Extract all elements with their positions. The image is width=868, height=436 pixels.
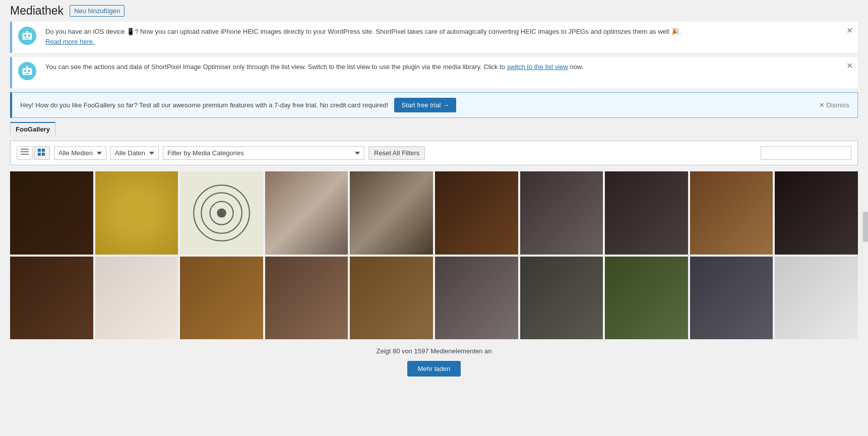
list-icon (21, 149, 29, 156)
page-header: Mediathek Neu hinzufügen (0, 0, 868, 18)
media-item[interactable] (265, 257, 348, 340)
svg-rect-3 (28, 34, 30, 36)
add-new-button[interactable]: Neu hinzufügen (70, 5, 125, 17)
media-item[interactable] (350, 171, 433, 255)
notice-listview: You can see the actions and data of Shor… (10, 57, 858, 88)
notice-area: Do you have an iOS device 📱? Now you can… (0, 22, 868, 88)
promo-bar-dismiss-button[interactable]: ✕ Dismiss (819, 101, 849, 109)
svg-rect-19 (38, 153, 41, 156)
media-item[interactable] (180, 257, 263, 340)
media-item[interactable] (95, 171, 178, 255)
media-item[interactable] (775, 257, 858, 340)
category-select[interactable]: Filter by Media Categories (163, 146, 364, 160)
robot-icon (18, 27, 36, 45)
notice-listview-dismiss[interactable]: ✕ (845, 61, 854, 71)
svg-point-13 (26, 65, 28, 66)
media-item[interactable] (605, 257, 688, 340)
notice-listview-text-after: now. (570, 63, 584, 71)
svg-rect-17 (38, 149, 41, 152)
load-more-button[interactable]: Mehr laden (407, 361, 460, 377)
media-item[interactable] (435, 171, 518, 255)
filter-bar: Alle Medien Bilder Audio Video Alle Date… (10, 141, 858, 165)
promo-bar: Hey! How do you like FooGallery so far? … (10, 92, 858, 118)
list-view-button[interactable] (17, 146, 33, 160)
media-item[interactable] (605, 171, 688, 255)
notice-heic-content: Do you have an iOS device 📱? Now you can… (45, 27, 852, 46)
svg-rect-2 (24, 34, 26, 36)
svg-point-6 (26, 29, 28, 31)
grid-view-button[interactable] (34, 146, 50, 160)
media-grid (10, 171, 858, 339)
start-trial-button[interactable]: Start free trial → (394, 98, 456, 112)
shortpixel-icon-2 (18, 62, 39, 83)
promo-bar-text: Hey! How do you like FooGallery so far? … (20, 101, 388, 109)
notice-heic-link[interactable]: Read more here. (45, 38, 95, 45)
shortpixel-icon (18, 27, 39, 48)
count-text: Zeigt 80 von 1597 Medienelementen an (376, 347, 491, 355)
reset-filters-button[interactable]: Reset All Filters (368, 146, 425, 160)
notice-heic: Do you have an iOS device 📱? Now you can… (10, 22, 858, 53)
svg-rect-14 (21, 149, 29, 150)
media-item[interactable] (520, 171, 603, 255)
svg-rect-18 (42, 149, 45, 152)
media-item[interactable] (775, 171, 858, 255)
status-bar: Zeigt 80 von 1597 Medienelementen an (10, 347, 858, 355)
svg-rect-20 (42, 153, 45, 156)
tab-foogallery[interactable]: FooGallery (10, 122, 55, 136)
notice-listview-text: You can see the actions and data of Shor… (45, 63, 505, 71)
media-item[interactable] (10, 257, 93, 340)
scrollbar-track[interactable] (862, 202, 868, 302)
svg-point-24 (217, 208, 226, 217)
svg-rect-10 (28, 70, 30, 72)
svg-rect-15 (21, 151, 29, 152)
media-item[interactable] (265, 171, 348, 255)
search-input[interactable] (761, 146, 851, 160)
media-item[interactable] (520, 257, 603, 340)
svg-rect-16 (21, 154, 29, 155)
page-title: Mediathek (10, 4, 64, 18)
svg-rect-4 (25, 38, 30, 39)
promo-bar-left: Hey! How do you like FooGallery so far? … (20, 98, 811, 112)
media-item[interactable] (10, 171, 93, 255)
svg-rect-9 (24, 70, 26, 72)
notice-listview-link[interactable]: switch to the list view (507, 63, 568, 71)
grid-icon (38, 149, 46, 156)
media-item[interactable] (180, 171, 263, 255)
notice-listview-content: You can see the actions and data of Shor… (45, 62, 852, 72)
media-type-select[interactable]: Alle Medien Bilder Audio Video (54, 146, 106, 160)
svg-rect-11 (25, 73, 30, 74)
media-item[interactable] (95, 257, 178, 340)
main-content: Alle Medien Bilder Audio Video Alle Date… (0, 136, 868, 387)
media-item[interactable] (435, 257, 518, 340)
view-toggle (17, 146, 50, 160)
robot-icon-2 (18, 62, 36, 80)
notice-heic-text: Do you have an iOS device 📱? Now you can… (45, 28, 681, 35)
media-item[interactable] (690, 257, 773, 340)
media-item[interactable] (690, 171, 773, 255)
tab-bar: FooGallery (0, 122, 868, 136)
media-item[interactable] (350, 257, 433, 340)
notice-heic-dismiss[interactable]: ✕ (845, 26, 854, 36)
date-select[interactable]: Alle Daten 2024 2023 (110, 146, 159, 160)
scrollbar-thumb[interactable] (863, 212, 868, 242)
